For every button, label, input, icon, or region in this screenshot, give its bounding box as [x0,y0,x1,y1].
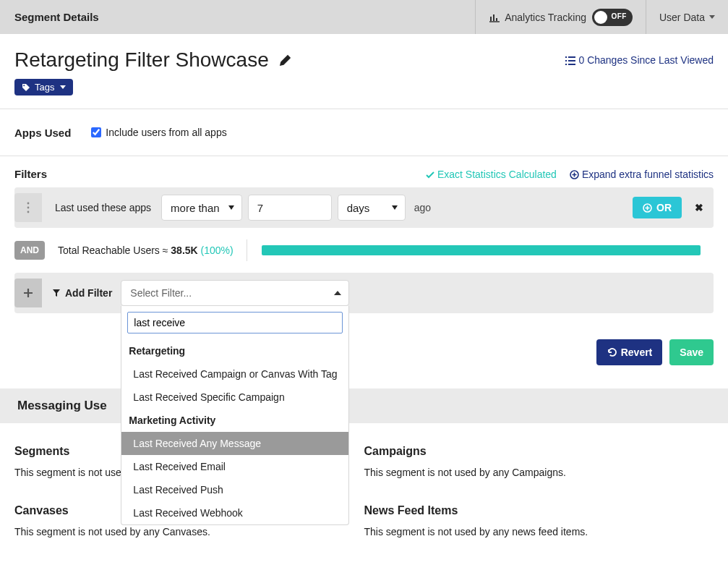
filter-select-placeholder: Select Filter... [130,287,192,299]
reach-row: AND Total Reachable Users ≈ 38.5K (100%) [14,234,714,267]
tags-row: Tags [0,79,728,109]
apps-used-label: Apps Used [14,127,71,139]
page-title: Retargeting Filter Showcase [14,48,269,72]
messaging-cell-body: This segment is not used by any Campaign… [364,467,714,478]
plus-circle-icon [570,170,579,179]
chart-icon [489,12,500,22]
revert-button[interactable]: Revert [596,339,663,365]
caret-up-icon [334,291,341,295]
add-filter-label: Add Filter [52,287,112,299]
list-icon [565,56,575,65]
user-data-dropdown[interactable]: User Data [646,0,728,34]
add-handle[interactable] [14,279,42,307]
messaging-cell-title: News Feed Items [364,504,714,517]
caret-down-icon [392,205,398,210]
topbar-title: Segment Details [0,0,475,34]
filter-option[interactable]: Last Received Push [121,478,348,501]
or-button[interactable]: OR [633,197,682,218]
chevron-down-icon [709,15,715,19]
svg-point-5 [27,203,30,205]
exact-stats-indicator: Exact Statistics Calculated [426,169,557,180]
messaging-use-grid: SegmentsThis segment is not used by any … [0,423,728,577]
reach-stats: Total Reachable Users ≈ 38.5K (100%) [58,245,234,256]
analytics-toggle[interactable]: OFF [592,9,633,26]
svg-point-7 [27,211,30,213]
filter-search-input[interactable] [127,312,343,333]
messaging-cell-title: Campaigns [364,445,714,458]
user-data-label: User Data [659,12,705,23]
changes-link[interactable]: 0 Changes Since Last Viewed [565,54,714,66]
edit-title-button[interactable] [279,54,292,67]
tags-label: Tags [35,82,54,93]
messaging-cell: News Feed ItemsThis segment is not used … [364,496,714,555]
filter-group-label: Retargeting [121,339,348,362]
expand-funnel-link[interactable]: Expand extra funnel statistics [570,169,714,180]
filter-option[interactable]: Last Received Webhook [121,501,348,524]
messaging-cell-body: This segment is not used by any news fee… [364,526,714,537]
filters-header: Filters Exact Statistics Calculated Expa… [0,156,728,187]
filter-option[interactable]: Last Received Email [121,455,348,478]
caret-down-icon [60,85,66,89]
reach-bar [262,245,701,255]
svg-rect-0 [490,17,492,21]
topbar: Segment Details Analytics Tracking OFF U… [0,0,728,34]
check-icon [426,171,434,179]
save-button[interactable]: Save [669,339,714,365]
analytics-section: Analytics Tracking OFF [475,0,646,34]
messaging-cell: CampaignsThis segment is not used by any… [364,436,714,496]
messaging-use-header: Messaging Use [0,388,728,423]
filter-rule-card: Last used these apps more than 7 days ag… [14,187,714,228]
tag-icon [22,83,30,92]
caret-down-icon [228,205,234,210]
apps-used-row: Apps Used Include users from all apps [0,109,728,156]
messaging-cell-body: This segment is not used by any Canvases… [14,526,364,537]
filter-select-menu: RetargetingLast Received Campaign or Can… [121,306,349,525]
filter-select-dropdown: Select Filter... RetargetingLast Receive… [121,280,349,306]
svg-point-6 [27,207,30,209]
tags-dropdown[interactable]: Tags [14,79,73,95]
value-input[interactable]: 7 [248,195,332,221]
include-all-apps-checkbox[interactable] [91,127,101,137]
filters-title: Filters [14,168,47,180]
analytics-label: Analytics Tracking [505,12,586,23]
funnel-icon [52,289,61,297]
and-badge: AND [14,241,45,260]
rule-suffix: ago [414,202,431,213]
filter-select-trigger[interactable]: Select Filter... [121,280,349,306]
changes-text: 0 Changes Since Last Viewed [578,54,714,66]
actions-row: Revert Save [0,319,728,378]
undo-icon [607,347,617,357]
page-header: Retargeting Filter Showcase 0 Changes Si… [0,34,728,79]
svg-rect-2 [496,18,497,21]
drag-handle[interactable] [14,193,42,222]
include-all-apps-label: Include users from all apps [106,127,226,138]
plus-circle-icon [643,203,652,213]
filter-group-label: Marketing Activity [121,409,348,432]
add-filter-card: Add Filter Select Filter... RetargetingL… [14,273,714,313]
filter-option[interactable]: Last Received Specific Campaign [121,386,348,409]
svg-point-3 [23,85,25,86]
unit-select[interactable]: days [338,195,406,221]
filter-option[interactable]: Last Received Any Message [121,432,348,455]
svg-rect-1 [493,14,494,21]
remove-rule-button[interactable]: ✖ [695,202,703,213]
rule-label: Last used these apps [55,202,151,213]
operator-select[interactable]: more than [161,195,242,221]
filter-option[interactable]: Last Received Campaign or Canvas With Ta… [121,362,348,386]
toggle-state: OFF [611,12,627,20]
